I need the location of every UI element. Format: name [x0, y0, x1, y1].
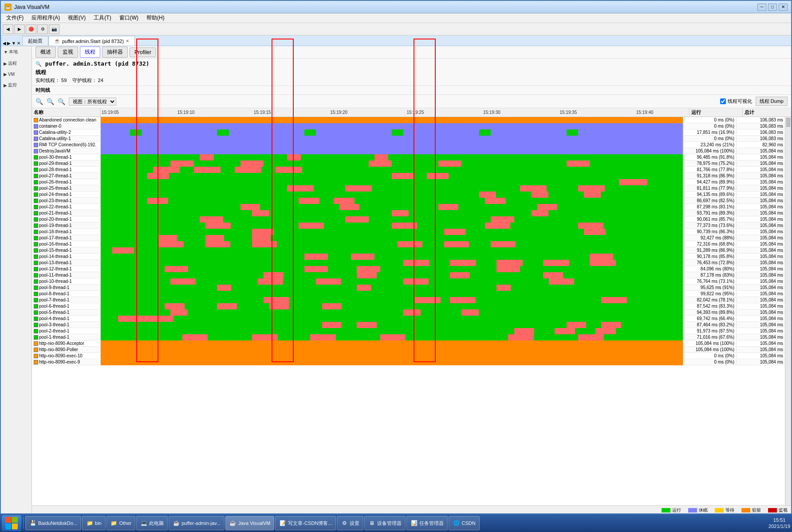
table-row[interactable]: DestroyJavaVM105,084 ms (100%)105,084 ms — [32, 148, 785, 154]
table-row[interactable]: pool-19-thread-177,373 ms (73.6%)105,084… — [32, 223, 785, 229]
table-row[interactable]: pool-18-thread-190,739 ms (86.3%)105,084… — [32, 229, 785, 235]
table-row[interactable]: pool-1-thread-171,016 ms (67.6%)105,084 … — [32, 334, 785, 340]
taskbar-item-0[interactable]: 💾 BaiduNetdiskDo... — [25, 516, 81, 530]
taskbar-item-4[interactable]: ☕ puffer-admin-jav... — [169, 516, 225, 530]
subtab-thread[interactable]: 线程 — [80, 47, 100, 58]
toolbar-btn-4[interactable]: ⚙ — [37, 24, 48, 34]
toolbar-btn-3[interactable]: 🔴 — [26, 24, 36, 34]
zoom-in-btn[interactable]: 🔍 — [35, 98, 43, 105]
table-row[interactable]: http-nio-8090-exec-100 ms (0%)105,084 ms — [32, 353, 785, 359]
table-row[interactable]: http-nio-8090-exec-90 ms (0%)105,084 ms — [32, 359, 785, 365]
table-row[interactable]: container-00 ms (0%)106,083 ms — [32, 123, 785, 129]
table-row[interactable]: pool-23-thread-186,697 ms (82.5%)105,084… — [32, 198, 785, 204]
tab-nav-close[interactable]: ✕ — [17, 41, 20, 46]
table-row[interactable]: http-nio-8090-Acceptor105,084 ms (100%)1… — [32, 340, 785, 347]
menu-tools[interactable]: 工具(T) — [90, 13, 114, 23]
taskbar-item-5[interactable]: ☕ Java VisualVM — [225, 516, 275, 530]
table-row[interactable]: Catalina-utility-10 ms (0%)106,083 ms — [32, 136, 785, 142]
table-row[interactable]: Catalina-utility-217,851 ms (16.9%)106,0… — [32, 129, 785, 136]
table-row[interactable]: pool-20-thread-190,061 ms (85.7%)105,084… — [32, 216, 785, 223]
tab-nav-menu[interactable]: ▼ — [12, 41, 16, 46]
table-row[interactable]: RMI TCP Connection(6)-192.23,240 ms (21%… — [32, 142, 785, 148]
table-row[interactable]: pool-22-thread-187,298 ms (83.1%)105,084… — [32, 204, 785, 210]
subtab-monitor[interactable]: 监视 — [58, 47, 78, 58]
menu-file[interactable]: 文件(F) — [3, 13, 27, 23]
taskbar-item-7[interactable]: ⚙ 设置 — [337, 516, 363, 530]
thread-name-cell-2: Catalina-utility-2 — [32, 130, 101, 135]
toolbar-btn-1[interactable]: ◀ — [3, 24, 13, 34]
table-row[interactable]: pool-17-thread-192,427 ms (88%)105,084 m… — [32, 235, 785, 241]
table-row[interactable]: pool-10-thread-176,764 ms (73.1%)105,084… — [32, 278, 785, 285]
start-button[interactable] — [2, 515, 21, 531]
menu-help[interactable]: 帮助(H) — [143, 13, 168, 23]
thread-visible-check[interactable] — [720, 98, 726, 104]
menu-view[interactable]: 视图(V) — [64, 13, 89, 23]
table-row[interactable]: pool-4-thread-169,742 ms (66.4%)105,084 … — [32, 316, 785, 322]
table-row[interactable]: pool-29-thread-178,975 ms (75.2%)105,084… — [32, 160, 785, 167]
menu-app[interactable]: 应用程序(A) — [28, 13, 63, 23]
taskbar-item-8[interactable]: 🖥 设备管理器 — [364, 516, 406, 530]
table-row[interactable]: pool-24-thread-194,135 ms (89.6%)105,084… — [32, 192, 785, 198]
thread-run-cell: 95,625 ms (91%) — [683, 285, 736, 290]
table-row[interactable]: pool-2-thread-191,973 ms (87.5%)105,084 … — [32, 328, 785, 334]
sidebar-local[interactable]: ▼ 本地 — [3, 48, 30, 56]
table-row[interactable]: Abandoned connection clean0 ms (0%)106,0… — [32, 117, 785, 123]
toolbar-btn-5[interactable]: 📷 — [49, 24, 59, 34]
table-row[interactable]: pool-15-thread-191,289 ms (86.9%)105,084… — [32, 247, 785, 254]
taskbar-item-6[interactable]: 📝 写文章-CSDN博客... — [275, 516, 336, 530]
thread-color-indicator — [34, 124, 38, 129]
sidebar-monitor[interactable]: ▶ 监控 — [3, 81, 30, 89]
toolbar-btn-2[interactable]: ▶ — [14, 24, 25, 34]
table-row[interactable]: pool-5-thread-194,393 ms (89.8%)105,084 … — [32, 309, 785, 316]
tab-close-icon[interactable]: ✕ — [126, 39, 129, 43]
table-row[interactable]: pool-11-thread-187,178 ms (83%)105,084 m… — [32, 272, 785, 278]
thread-rows[interactable]: Abandoned connection clean0 ms (0%)106,0… — [32, 117, 785, 505]
tab-start[interactable]: 起始页 — [22, 36, 48, 46]
view-select[interactable]: 视图：所有线程 — [69, 98, 116, 106]
table-row[interactable]: pool-9-thread-195,625 ms (91%)105,084 ms — [32, 285, 785, 291]
table-row[interactable]: http-nio-8090-Poller105,084 ms (100%)105… — [32, 347, 785, 353]
table-row[interactable]: pool-21-thread-193,791 ms (89.3%)105,084… — [32, 210, 785, 216]
table-row[interactable]: pool-30-thread-196,485 ms (91.8%)105,084… — [32, 154, 785, 160]
taskbar-item-9[interactable]: 📊 任务管理器 — [406, 516, 448, 530]
sidebar-vm[interactable]: ▶ VM — [3, 71, 30, 78]
subtab-profiler[interactable]: Profiler — [130, 47, 156, 57]
tab-nav-right[interactable]: ▶ — [7, 41, 11, 46]
thread-name-text: container-0 — [39, 124, 61, 129]
thread-dump-button[interactable]: 线程 Dump — [756, 97, 788, 106]
zoom-reset-btn[interactable]: 🔍 — [58, 98, 65, 105]
table-row[interactable]: pool-14-thread-190,178 ms (85.8%)105,084… — [32, 254, 785, 260]
taskbar-item-10[interactable]: 🌐 CSDN — [449, 516, 479, 530]
subtab-overview[interactable]: 概述 — [35, 47, 56, 58]
thread-visible-checkbox[interactable]: 线程可视化 — [720, 98, 752, 105]
thread-name-text: pool-4-thread-1 — [39, 316, 69, 321]
table-row[interactable]: pool-12-thread-184,096 ms (80%)105,084 m… — [32, 266, 785, 272]
thread-name-cell-22: pool-14-thread-1 — [32, 254, 101, 259]
tab-puffer[interactable]: ☕ puffer.admin.Start (pid 8732) ✕ — [48, 36, 135, 46]
taskbar-item-2[interactable]: 📁 Other — [106, 516, 136, 530]
table-row[interactable]: pool-27-thread-191,318 ms (86.9%)105,084… — [32, 173, 785, 179]
table-row[interactable]: pool-3-thread-187,464 ms (83.2%)105,084 … — [32, 322, 785, 328]
menu-window[interactable]: 窗口(W) — [116, 13, 142, 23]
table-row[interactable]: pool-28-thread-181,766 ms (77.8%)105,084… — [32, 167, 785, 173]
tab-nav-left[interactable]: ◀ — [3, 41, 6, 46]
taskbar-item-1[interactable]: 📁 bin — [82, 516, 106, 530]
taskbar-label-7: 设置 — [350, 520, 359, 527]
sidebar-remote[interactable]: ▶ 远程 — [3, 59, 30, 67]
subtab-sampler[interactable]: 抽样器 — [102, 47, 128, 58]
table-row[interactable]: pool-25-thread-181,811 ms (77.9%)105,084… — [32, 185, 785, 192]
table-row[interactable]: pool-8-thread-199,822 ms (95%)105,084 ms — [32, 291, 785, 297]
table-row[interactable]: pool-7-thread-182,042 ms (78.1%)105,084 … — [32, 297, 785, 303]
minimize-button[interactable]: ─ — [757, 4, 766, 11]
scroll-thumb[interactable] — [786, 118, 790, 127]
zoom-out-btn[interactable]: 🔍 — [47, 98, 54, 105]
maximize-button[interactable]: □ — [768, 4, 777, 11]
table-row[interactable]: pool-13-thread-176,453 ms (72.8%)105,084… — [32, 260, 785, 266]
table-row[interactable]: pool-16-thread-172,316 ms (68.8%)105,084… — [32, 241, 785, 247]
close-button[interactable]: ✕ — [779, 4, 788, 11]
table-row[interactable]: pool-6-thread-187,542 ms (83.3%)105,084 … — [32, 303, 785, 309]
thread-run-cell: 71,016 ms (67.6%) — [683, 335, 736, 340]
table-row[interactable]: pool-26-thread-194,427 ms (89.9%)105,084… — [32, 179, 785, 185]
vertical-scrollbar[interactable] — [785, 117, 791, 505]
taskbar-item-3[interactable]: 💻 此电脑 — [136, 516, 168, 530]
